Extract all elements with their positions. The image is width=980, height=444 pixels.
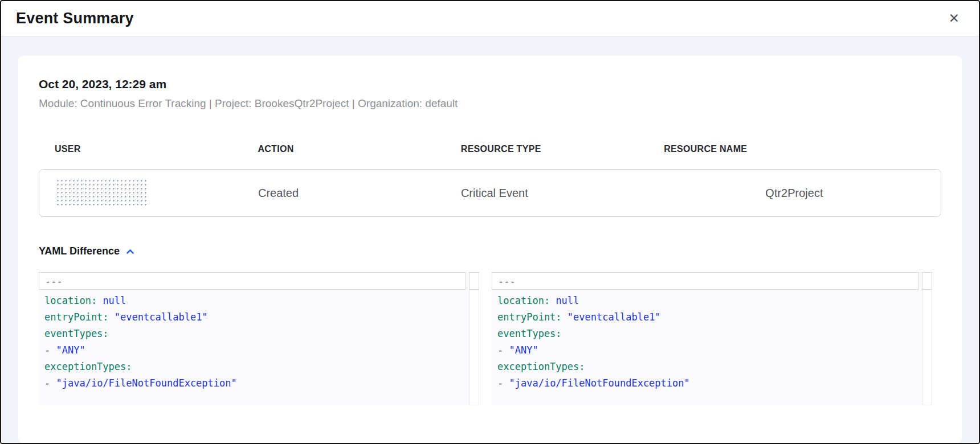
modal-body: Oct 20, 2023, 12:29 am Module: Continuou…	[1, 36, 979, 443]
event-summary-modal: Event Summary ✕ Oct 20, 2023, 12:29 am M…	[0, 0, 980, 444]
code-line: entryPoint: "eventcallable1"	[44, 309, 466, 326]
column-header-action: ACTION	[242, 144, 444, 154]
vertical-scrollbar-right[interactable]	[922, 272, 932, 405]
vertical-scrollbar-left[interactable]	[469, 272, 479, 405]
close-icon[interactable]: ✕	[946, 10, 962, 27]
chevron-up-icon[interactable]	[125, 248, 135, 256]
code-line: - "ANY"	[44, 342, 466, 359]
user-cell	[39, 178, 242, 208]
column-header-user: USER	[39, 144, 242, 154]
table-row: Created Critical Event Qtr2Project	[39, 169, 941, 217]
yaml-code-left: location: nullentryPoint: "eventcallable…	[39, 290, 479, 392]
yaml-diff-viewer: --- location: nullentryPoint: "eventcall…	[39, 272, 941, 405]
code-line: - "java/io/FileNotFoundException"	[44, 375, 466, 392]
yaml-right-first-line: ---	[492, 272, 919, 290]
scrollbar-corner-left	[469, 272, 479, 290]
code-line: - "java/io/FileNotFoundException"	[497, 375, 918, 392]
modal-header: Event Summary ✕	[1, 1, 979, 36]
page-title: Event Summary	[16, 10, 134, 27]
event-meta: Module: Continuous Error Tracking | Proj…	[39, 97, 941, 110]
resource-type-cell: Critical Event	[445, 187, 648, 200]
column-header-resource-type: RESOURCE TYPE	[445, 144, 648, 154]
yaml-difference-section-header: YAML Difference	[39, 245, 941, 257]
yaml-difference-label: YAML Difference	[39, 245, 120, 257]
code-line: exceptionTypes:	[44, 359, 466, 375]
code-line: - "ANY"	[497, 342, 918, 359]
event-table-header: USER ACTION RESOURCE TYPE RESOURCE NAME	[39, 144, 941, 154]
resource-name-cell: Qtr2Project	[648, 187, 941, 200]
action-cell: Created	[242, 187, 445, 200]
code-line: entryPoint: "eventcallable1"	[497, 309, 918, 326]
column-header-resource-name: RESOURCE NAME	[648, 144, 941, 154]
scrollbar-corner-right	[922, 272, 932, 290]
yaml-left-first-line: ---	[39, 272, 466, 290]
code-line: eventTypes:	[44, 326, 466, 342]
redacted-user-placeholder	[55, 178, 146, 208]
yaml-code-right: location: nullentryPoint: "eventcallable…	[492, 290, 932, 392]
code-line: location: null	[497, 293, 918, 309]
code-line: exceptionTypes:	[497, 359, 918, 375]
code-line: eventTypes:	[497, 326, 918, 342]
event-timestamp: Oct 20, 2023, 12:29 am	[39, 77, 941, 91]
event-summary-card: Oct 20, 2023, 12:29 am Module: Continuou…	[18, 56, 962, 443]
code-line: location: null	[44, 293, 466, 309]
yaml-diff-panel-right: --- location: nullentryPoint: "eventcall…	[492, 272, 932, 405]
yaml-diff-panel-left: --- location: nullentryPoint: "eventcall…	[39, 272, 479, 405]
